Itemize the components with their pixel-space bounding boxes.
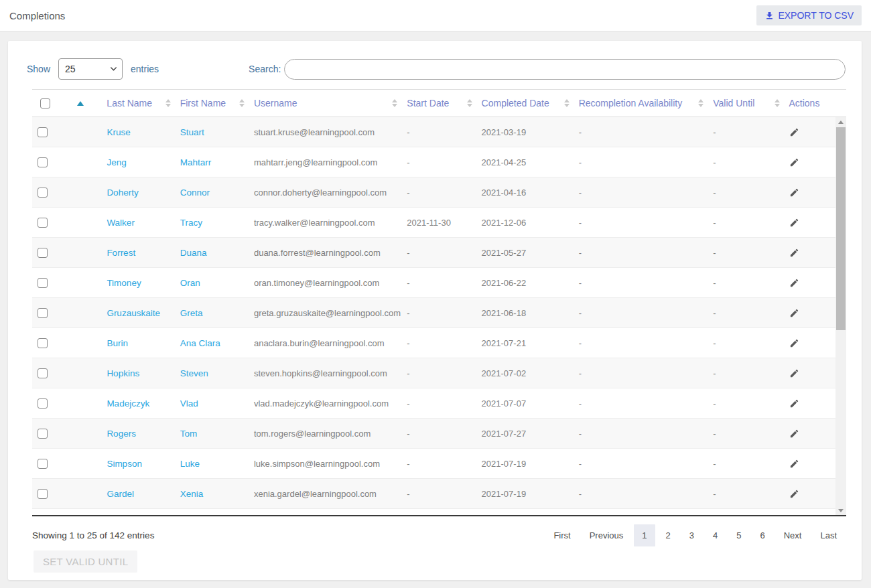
- pencil-icon[interactable]: [789, 459, 799, 469]
- last-name-link[interactable]: Gardel: [107, 489, 134, 499]
- first-name-link[interactable]: Ana Clara: [180, 338, 220, 348]
- row-checkbox-cell: [32, 157, 59, 167]
- last-name-link[interactable]: Hopkins: [107, 368, 139, 378]
- last-name-link[interactable]: Rogers: [107, 429, 136, 439]
- sort-arrows-icon[interactable]: [564, 99, 570, 107]
- pencil-icon[interactable]: [789, 398, 799, 409]
- header-valid-until[interactable]: Valid Until: [708, 98, 783, 108]
- pencil-icon[interactable]: [789, 127, 799, 137]
- sort-arrows-icon[interactable]: [165, 99, 171, 107]
- pagination-last[interactable]: Last: [812, 524, 845, 546]
- pencil-icon[interactable]: [789, 278, 799, 288]
- last-name-link[interactable]: Gruzauskaite: [107, 308, 160, 318]
- start-date-cell: -: [401, 338, 476, 348]
- select-all-checkbox[interactable]: [40, 98, 50, 108]
- pagination-page-6[interactable]: 6: [752, 524, 773, 546]
- valid-until-cell: -: [708, 429, 783, 439]
- header-completed-date[interactable]: Completed Date: [476, 98, 574, 108]
- pencil-icon[interactable]: [789, 188, 799, 198]
- scrollbar-thumb[interactable]: [836, 127, 846, 330]
- pencil-icon[interactable]: [789, 489, 799, 499]
- actions-cell: [784, 489, 836, 499]
- first-name-cell: Luke: [175, 459, 249, 469]
- page-size-select[interactable]: 25: [58, 58, 123, 80]
- export-to-csv-button[interactable]: EXPORT TO CSV: [756, 5, 862, 25]
- header-last-name[interactable]: Last Name: [101, 98, 174, 108]
- row-checkbox[interactable]: [38, 188, 48, 198]
- pencil-icon[interactable]: [789, 368, 799, 378]
- first-name-link[interactable]: Luke: [180, 459, 200, 469]
- last-name-link[interactable]: Forrest: [107, 248, 135, 258]
- row-checkbox-cell: [32, 248, 59, 258]
- first-name-link[interactable]: Tracy: [180, 218, 202, 228]
- valid-until-cell: -: [708, 398, 783, 409]
- last-name-link[interactable]: Madejczyk: [107, 398, 149, 409]
- sort-arrows-icon[interactable]: [392, 99, 397, 107]
- sort-arrows-icon[interactable]: [239, 99, 245, 107]
- first-name-link[interactable]: Vlad: [180, 398, 198, 409]
- row-checkbox[interactable]: [38, 489, 48, 499]
- row-checkbox[interactable]: [38, 308, 48, 318]
- first-name-link[interactable]: Stuart: [180, 127, 204, 137]
- row-checkbox[interactable]: [38, 278, 48, 288]
- pencil-icon[interactable]: [789, 308, 799, 318]
- row-checkbox[interactable]: [38, 157, 48, 167]
- pagination-page-5[interactable]: 5: [728, 524, 749, 546]
- row-checkbox[interactable]: [38, 398, 48, 409]
- scroll-up-icon[interactable]: [835, 117, 846, 127]
- sort-arrows-icon[interactable]: [698, 99, 704, 107]
- header-first-name[interactable]: First Name: [175, 98, 249, 108]
- pagination-next[interactable]: Next: [776, 524, 810, 546]
- header-start-date[interactable]: Start Date: [401, 98, 476, 108]
- first-name-link[interactable]: Connor: [180, 188, 210, 198]
- last-name-link[interactable]: Timoney: [107, 278, 141, 288]
- first-name-link[interactable]: Greta: [180, 308, 203, 318]
- last-name-link[interactable]: Kruse: [107, 127, 130, 137]
- first-name-link[interactable]: Oran: [180, 278, 200, 288]
- last-name-link[interactable]: Walker: [107, 218, 135, 228]
- last-name-link[interactable]: Burin: [107, 338, 128, 348]
- header-recompletion-availability[interactable]: Recompletion Availability: [574, 98, 708, 108]
- pencil-icon[interactable]: [789, 218, 799, 228]
- search-input[interactable]: [284, 59, 846, 80]
- first-name-link[interactable]: Mahtarr: [180, 157, 212, 167]
- table-body-rows: Kruse Stuart stuart.kruse@learningpool.c…: [32, 117, 835, 509]
- last-name-link[interactable]: Jeng: [107, 157, 126, 167]
- pagination-page-3[interactable]: 3: [681, 524, 702, 546]
- pencil-icon[interactable]: [789, 248, 799, 258]
- last-name-link[interactable]: Simpson: [107, 459, 142, 469]
- table-scrollbar[interactable]: [835, 117, 846, 516]
- row-checkbox[interactable]: [38, 368, 48, 378]
- sort-arrows-icon[interactable]: [467, 99, 472, 107]
- row-checkbox[interactable]: [38, 127, 48, 137]
- first-name-link[interactable]: Steven: [180, 368, 208, 378]
- header-sort-indicator-cell[interactable]: [59, 101, 102, 106]
- pagination-previous[interactable]: Previous: [582, 524, 632, 546]
- last-name-link[interactable]: Doherty: [107, 188, 138, 198]
- first-name-link[interactable]: Tom: [180, 429, 198, 439]
- row-checkbox[interactable]: [38, 248, 48, 258]
- row-checkbox[interactable]: [38, 429, 48, 439]
- row-checkbox[interactable]: [38, 338, 48, 348]
- scroll-down-icon[interactable]: [835, 506, 846, 515]
- pencil-icon[interactable]: [789, 157, 799, 167]
- set-valid-until-button[interactable]: SET VALID UNTIL: [34, 550, 137, 573]
- pagination-page-2[interactable]: 2: [658, 524, 679, 546]
- table-row: Simpson Luke luke.simpson@learningpool.c…: [32, 449, 835, 479]
- row-checkbox-cell: [32, 368, 59, 378]
- pagination-first[interactable]: First: [545, 524, 578, 546]
- header-username[interactable]: Username: [249, 98, 401, 108]
- first-name-link[interactable]: Xenia: [180, 489, 204, 499]
- row-checkbox-cell: [32, 188, 59, 198]
- completions-card: Show 25 entries Search:: [8, 41, 862, 580]
- last-name-cell: Walker: [101, 218, 174, 228]
- pencil-icon[interactable]: [789, 429, 799, 439]
- pagination-page-1[interactable]: 1: [634, 524, 655, 546]
- recompletion-availability-cell: -: [574, 398, 708, 409]
- pencil-icon[interactable]: [789, 338, 799, 348]
- sort-arrows-icon[interactable]: [775, 99, 780, 107]
- row-checkbox[interactable]: [38, 218, 48, 228]
- first-name-link[interactable]: Duana: [180, 248, 207, 258]
- row-checkbox[interactable]: [38, 459, 48, 469]
- pagination-page-4[interactable]: 4: [705, 524, 726, 546]
